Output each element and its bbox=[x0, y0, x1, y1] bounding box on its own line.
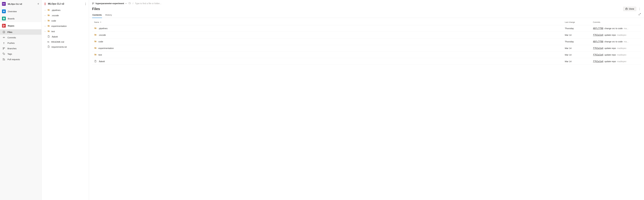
tree-file[interactable]: M↓README.md bbox=[42, 39, 89, 44]
clone-icon bbox=[625, 8, 628, 10]
commit-message: change src to code bbox=[604, 40, 622, 43]
chevron-right-icon[interactable]: › bbox=[44, 9, 46, 11]
col-header-name[interactable]: Name bbox=[94, 21, 562, 23]
table-row[interactable]: .vscodeMar 14f761a1e4 update repo madiep… bbox=[92, 32, 641, 38]
table-row[interactable]: experimentationMar 14f761a1e4 update rep… bbox=[92, 45, 641, 52]
title-row: Files Clone ⋮ bbox=[89, 6, 644, 11]
commit-icon bbox=[2, 36, 5, 39]
folder-icon bbox=[128, 2, 131, 4]
commit-message: update repo bbox=[604, 34, 616, 36]
boards-icon bbox=[2, 17, 6, 20]
subnav-tags[interactable]: Tags bbox=[0, 51, 42, 56]
commit-hash-link[interactable]: f761a1e4 bbox=[593, 54, 603, 56]
tree-file[interactable]: .flake8 bbox=[42, 34, 89, 39]
nav-repos[interactable]: Repos bbox=[0, 22, 42, 29]
svg-point-13 bbox=[3, 53, 4, 54]
commit-hash-link[interactable]: 40fc7f90 bbox=[593, 40, 603, 43]
tree-node-name: experimentation bbox=[51, 25, 67, 27]
tree-repo-name[interactable]: MLOps CLI v2 bbox=[48, 2, 64, 5]
tab-history[interactable]: History bbox=[105, 13, 112, 18]
subnav-pull-requests[interactable]: Pull requests bbox=[0, 56, 42, 62]
commit-author: madiepev bbox=[617, 47, 626, 50]
chevron-down-icon bbox=[125, 2, 127, 4]
tree-more-button[interactable]: ⋮ bbox=[84, 2, 87, 6]
tree-folder[interactable]: ›.vscode bbox=[42, 13, 89, 18]
row-last-change: Thursday bbox=[565, 40, 590, 43]
tab-contents[interactable]: Contents bbox=[92, 13, 102, 18]
chevron-right-icon[interactable]: › bbox=[44, 30, 46, 32]
table-row[interactable]: .flake8Mar 14f761a1e4 update repo madiep… bbox=[92, 58, 641, 65]
sort-asc-icon bbox=[100, 22, 102, 23]
tree-folder[interactable]: ›code bbox=[42, 18, 89, 24]
nav-label: Boards bbox=[8, 17, 15, 20]
commit-hash-link[interactable]: f761a1e4 bbox=[593, 34, 603, 36]
tree-folder[interactable]: ›.pipelines bbox=[42, 8, 89, 13]
chevron-right-icon[interactable]: › bbox=[44, 20, 46, 22]
table-row[interactable]: testMar 14f761a1e4 update repo madiepev bbox=[92, 52, 641, 58]
commit-author: ma... bbox=[624, 27, 628, 30]
folder-icon bbox=[94, 40, 97, 43]
row-last-change: Mar 14 bbox=[565, 54, 590, 56]
project-header: MV MLOps CLI v2 + bbox=[0, 0, 42, 8]
path-root-icon[interactable] bbox=[128, 2, 131, 5]
row-last-change: Thursday bbox=[565, 27, 590, 30]
file-icon bbox=[94, 60, 97, 63]
commit-author: madiepev bbox=[617, 60, 626, 63]
commit-hash-link[interactable]: f761a1e4 bbox=[593, 47, 603, 50]
subnav-commits[interactable]: Commits bbox=[0, 35, 42, 40]
commit-message: update repo bbox=[604, 60, 616, 63]
svg-point-15 bbox=[3, 60, 4, 60]
svg-point-5 bbox=[3, 26, 4, 26]
folder-icon bbox=[94, 47, 97, 50]
content-tabs: Contents History bbox=[89, 11, 644, 18]
subnav-label: Pull requests bbox=[8, 58, 20, 60]
file-code-icon bbox=[2, 31, 5, 33]
nav-overview[interactable]: Overview bbox=[0, 8, 42, 15]
svg-point-20 bbox=[94, 3, 94, 3]
col-header-last-change[interactable]: Last change bbox=[565, 21, 590, 23]
chevron-right-icon[interactable]: › bbox=[44, 14, 46, 16]
commit-hash-link[interactable]: 40fc7f90 bbox=[593, 27, 603, 30]
branch-selector[interactable]: hyperparameter-experiment bbox=[92, 2, 127, 4]
tree-folder[interactable]: ›test bbox=[42, 29, 89, 34]
new-item-button[interactable]: + bbox=[37, 2, 39, 6]
col-header-commits[interactable]: Commits bbox=[593, 21, 639, 23]
path-input[interactable] bbox=[135, 2, 175, 4]
push-icon bbox=[2, 42, 5, 44]
file-table: Name Last change Commits .pipelinesThurs… bbox=[89, 18, 644, 66]
svg-point-12 bbox=[4, 48, 5, 48]
tree-node-name: test bbox=[51, 30, 55, 32]
tree-node-name: README.md bbox=[51, 41, 64, 43]
subnav-branches[interactable]: Branches bbox=[0, 46, 42, 51]
tree-folder[interactable]: ›experimentation bbox=[42, 24, 89, 29]
tree-node-name: .pipelines bbox=[51, 9, 60, 11]
row-name: .vscode bbox=[98, 34, 106, 36]
breadcrumb-bar: hyperparameter-experiment / bbox=[89, 0, 644, 6]
commit-hash-link[interactable]: f761a1e4 bbox=[593, 60, 603, 63]
svg-point-8 bbox=[4, 37, 4, 38]
commit-message: change src to code bbox=[604, 27, 622, 30]
table-row[interactable]: codeThursday40fc7f90 change src to code … bbox=[92, 38, 641, 45]
nav-boards[interactable]: Boards bbox=[0, 15, 42, 22]
overview-icon bbox=[2, 10, 6, 13]
folder-icon bbox=[94, 53, 97, 56]
svg-rect-1 bbox=[4, 10, 5, 11]
svg-point-9 bbox=[4, 44, 4, 44]
chevron-right-icon[interactable]: › bbox=[44, 25, 46, 27]
subnav-files[interactable]: Files bbox=[0, 29, 42, 35]
row-name: .flake8 bbox=[98, 60, 105, 62]
clone-button[interactable]: Clone bbox=[623, 7, 636, 11]
tree-rows: ›.pipelines›.vscode›code›experimentation… bbox=[42, 8, 89, 50]
project-name[interactable]: MLOps CLI v2 bbox=[8, 3, 35, 5]
file-icon bbox=[47, 35, 50, 38]
main-more-button[interactable]: ⋮ bbox=[638, 7, 641, 10]
folder-icon bbox=[47, 8, 50, 12]
folder-icon bbox=[47, 19, 50, 22]
table-row[interactable]: .pipelinesThursday40fc7f90 change src to… bbox=[92, 25, 641, 32]
tree-node-name: requirements.txt bbox=[51, 46, 67, 48]
folder-icon bbox=[47, 14, 50, 17]
tree-file[interactable]: requirements.txt bbox=[42, 44, 89, 50]
subnav-pushes[interactable]: Pushes bbox=[0, 40, 42, 46]
fullscreen-button[interactable] bbox=[638, 13, 641, 18]
file-tree-panel: MLOps CLI v2 ⋮ ›.pipelines›.vscode›code›… bbox=[42, 0, 89, 200]
